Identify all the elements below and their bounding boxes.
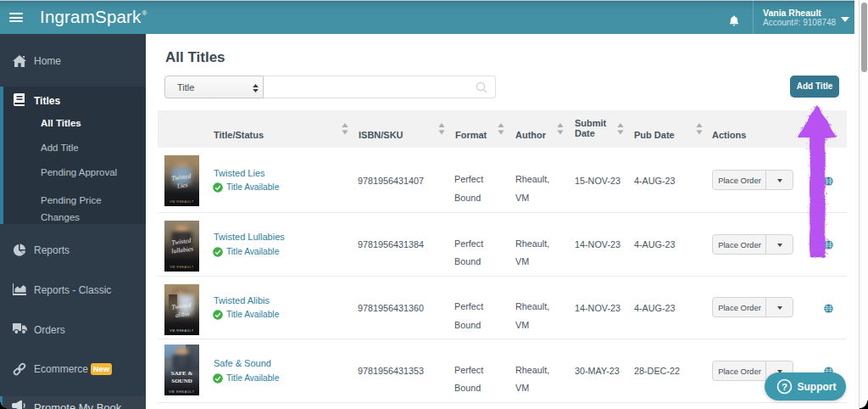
svg-text:?: ? bbox=[782, 382, 787, 392]
